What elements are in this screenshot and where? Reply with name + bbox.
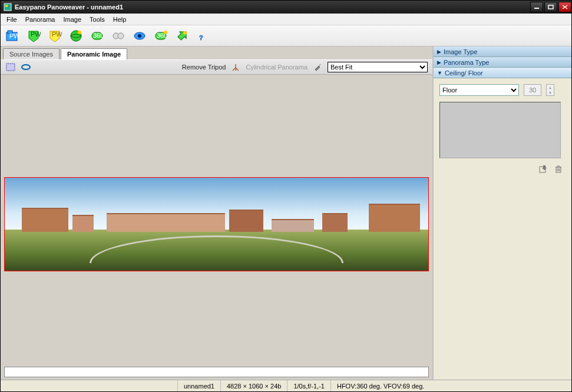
status-exif: 1/0s,f/-1,-1 <box>287 380 330 391</box>
tab-source-images[interactable]: Source Images <box>3 48 59 59</box>
svg-point-22 <box>183 31 187 35</box>
zoom-fit-select[interactable]: Best Fit <box>328 62 428 72</box>
canvas-area[interactable] <box>1 75 432 380</box>
menu-help[interactable]: Help <box>110 15 130 24</box>
save-green-button[interactable]: PW <box>25 28 42 44</box>
spherical-button[interactable]: 360 <box>153 28 169 44</box>
svg-point-12 <box>78 31 81 34</box>
save-yellow-button[interactable]: PW <box>47 28 63 44</box>
svg-rect-3 <box>548 5 553 9</box>
remove-tripod-label: Remove Tripod <box>182 64 226 71</box>
view-button[interactable] <box>131 28 148 44</box>
maximize-button[interactable] <box>544 2 557 12</box>
menu-tools[interactable]: Tools <box>86 15 108 24</box>
accordion-ceiling-floor[interactable]: ▼Ceiling/ Floor <box>434 68 571 78</box>
angle-input[interactable] <box>524 84 541 96</box>
svg-text:PW: PW <box>9 32 19 39</box>
status-dimensions: 4828 × 1060 × 24b <box>220 380 287 391</box>
spinner-up-icon[interactable]: ▲ <box>547 85 554 90</box>
cylindrical-panorama-label: Cylindrical Panorama <box>246 64 308 71</box>
spinner-down-icon[interactable]: ▼ <box>547 90 554 95</box>
accordion-image-type[interactable]: ▶Image Type <box>434 46 571 57</box>
window-title: Easypano Panoweaver - unnamed1 <box>15 4 529 11</box>
svg-point-21 <box>164 31 167 34</box>
svg-text:PW: PW <box>52 31 62 38</box>
menu-panorama[interactable]: Panorama <box>22 15 59 24</box>
menu-file[interactable]: File <box>3 15 21 24</box>
svg-text:360: 360 <box>93 32 104 39</box>
floor-select[interactable]: Floor <box>439 84 519 96</box>
status-spacer <box>1 380 177 391</box>
svg-point-25 <box>22 65 30 69</box>
svg-point-18 <box>138 34 141 38</box>
tab-panoramic-image[interactable]: Panoramic Image <box>61 48 127 59</box>
ceiling-floor-body: Floor ▲▼ <box>434 78 571 180</box>
menu-bar: File Panorama Image Tools Help <box>1 14 571 25</box>
left-panel: Source Images Panoramic Image Remove Tri… <box>1 46 434 380</box>
remove-tripod-icon[interactable] <box>230 62 241 72</box>
settings-icon[interactable] <box>312 62 323 72</box>
open-button[interactable]: PW <box>4 28 21 44</box>
delete-icon[interactable] <box>554 164 563 174</box>
angle-spinner[interactable]: ▲▼ <box>546 84 554 96</box>
stitch-button[interactable] <box>68 28 84 44</box>
svg-text:PW: PW <box>31 31 41 38</box>
svg-text:?: ? <box>199 34 203 41</box>
main-split: Source Images Panoramic Image Remove Tri… <box>1 46 571 380</box>
status-bar: unnamed1 4828 × 1060 × 24b 1/0s,f/-1,-1 … <box>1 380 571 391</box>
accordion-panorama-type[interactable]: ▶Panorama Type <box>434 57 571 68</box>
preview-360-button[interactable]: 360 <box>89 28 105 44</box>
close-button[interactable] <box>558 2 571 12</box>
svg-rect-1 <box>5 5 8 7</box>
svg-point-16 <box>118 33 124 39</box>
minimize-button[interactable] <box>530 2 543 12</box>
ceiling-floor-preview <box>439 102 561 158</box>
help-button[interactable]: ? <box>195 28 211 44</box>
main-toolbar: PW PW PW 360 360 ? <box>1 25 571 46</box>
app-icon <box>3 2 12 12</box>
panorama-preview[interactable] <box>4 177 429 271</box>
canvas-scrollbar[interactable] <box>4 367 429 377</box>
right-panel: ▶Image Type ▶Panorama Type ▼Ceiling/ Flo… <box>434 46 571 380</box>
tab-row: Source Images Panoramic Image <box>1 46 432 59</box>
export-button[interactable] <box>174 28 190 44</box>
link-button[interactable] <box>110 28 127 44</box>
panoramic-sub-toolbar: Remove Tripod Cylindrical Panorama Best … <box>1 59 432 75</box>
status-fov: HFOV:360 deg. VFOV:69 deg. <box>330 380 430 391</box>
status-filename: unnamed1 <box>177 380 220 391</box>
svg-rect-24 <box>6 64 15 71</box>
menu-image[interactable]: Image <box>60 15 85 24</box>
ellipse-tool-icon[interactable] <box>21 62 31 72</box>
title-bar: Easypano Panoweaver - unnamed1 <box>1 1 571 14</box>
import-image-icon[interactable] <box>538 164 548 174</box>
marquee-tool-icon[interactable] <box>5 62 16 72</box>
